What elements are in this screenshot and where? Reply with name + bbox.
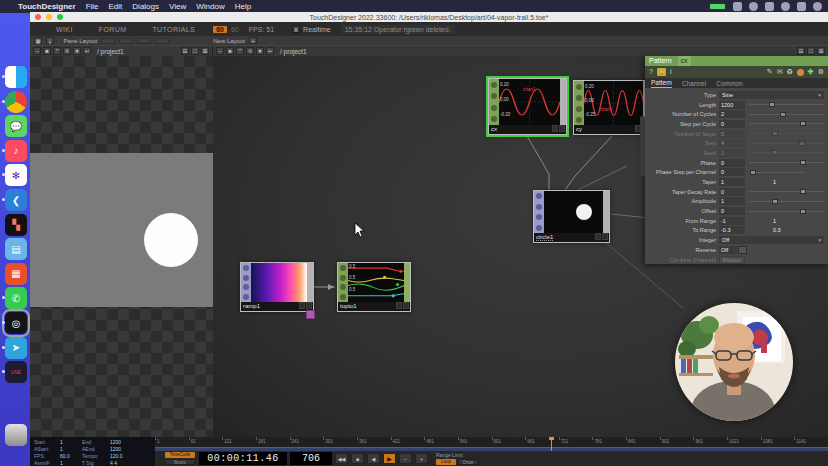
menu-edit[interactable]: Edit bbox=[109, 2, 123, 11]
cy-waveform-viewer[interactable]: 0.20 0.00 -0.25 chan1 bbox=[584, 81, 643, 125]
lock-icon[interactable]: 🔒 bbox=[657, 68, 666, 76]
right-pane-path[interactable]: / project1 bbox=[280, 48, 307, 55]
recycle-icon[interactable]: ♻ bbox=[787, 68, 793, 76]
param-value-field[interactable]: 4 bbox=[719, 139, 745, 147]
menu-dialogs[interactable]: Dialogs bbox=[132, 2, 159, 11]
screen-mirroring-icon[interactable] bbox=[733, 2, 742, 11]
pane-back-icon[interactable]: − bbox=[216, 47, 224, 55]
pause-button[interactable]: ■ bbox=[351, 453, 364, 464]
chrome-icon[interactable] bbox=[5, 91, 27, 113]
pane-up-icon[interactable]: ⌃ bbox=[53, 47, 61, 55]
param-slider[interactable] bbox=[749, 199, 824, 204]
slider-handle[interactable] bbox=[772, 199, 778, 204]
param-value-field-2[interactable]: 0.3 bbox=[773, 227, 781, 233]
param-value-field[interactable]: 5 bbox=[719, 130, 745, 138]
chop-output-connector[interactable] bbox=[404, 263, 410, 302]
menu-file[interactable]: File bbox=[86, 2, 99, 11]
camera-icon[interactable] bbox=[797, 2, 806, 11]
bypass-flag-icon[interactable] bbox=[595, 233, 601, 240]
timeline-info-value[interactable]: 1 bbox=[60, 460, 82, 466]
chop-flags-column[interactable] bbox=[338, 263, 348, 302]
slider-handle[interactable] bbox=[772, 150, 778, 155]
node-name-cx[interactable]: cx bbox=[491, 125, 497, 134]
layout-grid-icon[interactable]: ▦ bbox=[34, 37, 42, 44]
wiki-link[interactable]: WIKI bbox=[56, 26, 73, 33]
node-cy[interactable]: 0.20 0.00 -0.25 chan1 cy bbox=[573, 80, 650, 135]
pane-undo-icon[interactable]: ↩ bbox=[266, 47, 274, 55]
chop-flags-column[interactable] bbox=[489, 79, 499, 125]
param-value-field[interactable]: 1 bbox=[719, 197, 745, 205]
realtime-toggle[interactable]: x Realtime bbox=[292, 25, 331, 33]
pane-star-icon[interactable]: ★ bbox=[73, 47, 81, 55]
window-titlebar[interactable]: TouchDesigner 2022.33600: /Users/rikloma… bbox=[30, 12, 828, 22]
timeline-info-value[interactable]: 4 4 bbox=[110, 460, 140, 466]
circle1-viewer[interactable] bbox=[544, 191, 603, 233]
param-slider[interactable] bbox=[749, 150, 824, 155]
slider-handle[interactable] bbox=[799, 141, 805, 146]
pane-undo-icon[interactable]: ↩ bbox=[83, 47, 91, 55]
fps-target-badge[interactable]: 60 bbox=[213, 26, 227, 33]
node-name-topto1[interactable]: topto1 bbox=[340, 302, 357, 311]
param-slider[interactable] bbox=[749, 189, 824, 194]
timeline-info-block[interactable]: Start:1End:1200AStart:1AEnd:1200FPS:60.0… bbox=[30, 437, 155, 466]
pane-maximize-icon[interactable]: □ bbox=[807, 47, 815, 55]
node-name-circle1[interactable]: circle1 bbox=[536, 233, 553, 242]
menu-help[interactable]: Help bbox=[235, 2, 251, 11]
pane-split-a-icon[interactable]: ⊟ bbox=[181, 47, 189, 55]
node-name-cy[interactable]: cy bbox=[576, 125, 582, 134]
ramp1-viewer[interactable] bbox=[251, 263, 307, 302]
tab-common[interactable]: Common bbox=[716, 80, 742, 88]
add-layout-button[interactable]: + bbox=[249, 37, 257, 44]
param-toggle[interactable]: Off bbox=[719, 246, 737, 254]
param-value-field-2[interactable]: 1 bbox=[773, 179, 776, 185]
param-slider[interactable] bbox=[749, 112, 824, 117]
playhead-marker[interactable] bbox=[551, 437, 552, 451]
timeline-info-value[interactable]: 1200 bbox=[110, 446, 140, 452]
cx-waveform-viewer[interactable]: 0.20 0.00 -0.20 chan1 bbox=[499, 79, 560, 125]
ramp1-viewer-badge[interactable] bbox=[306, 310, 315, 319]
topto1-viewer[interactable]: 0.5 0.5 0.5 bbox=[348, 263, 404, 302]
layout-preset-2[interactable] bbox=[119, 38, 133, 44]
slider-handle[interactable] bbox=[800, 121, 806, 126]
timeline-info-value[interactable]: 60.0 bbox=[60, 453, 82, 459]
bypass-flag-icon[interactable] bbox=[299, 302, 305, 309]
layout-preset-3[interactable] bbox=[137, 38, 151, 44]
param-value-field[interactable]: 0 bbox=[719, 188, 745, 196]
language-icon[interactable] bbox=[797, 69, 804, 76]
trash-icon[interactable] bbox=[5, 424, 27, 446]
slider-handle[interactable] bbox=[780, 112, 786, 117]
pane-split-a-icon[interactable]: ⊟ bbox=[797, 47, 805, 55]
step-back-button[interactable]: − bbox=[399, 453, 412, 464]
display-flag-icon[interactable] bbox=[306, 302, 312, 309]
pane-split-b-icon[interactable]: ⊞ bbox=[817, 47, 825, 55]
display-flag-icon[interactable] bbox=[559, 125, 565, 132]
play-reverse-button[interactable]: ◀ bbox=[367, 453, 380, 464]
menu-touchdesigner[interactable]: TouchDesigner bbox=[18, 2, 76, 11]
param-slider[interactable] bbox=[749, 160, 824, 165]
timeline-info-value[interactable]: 1200 bbox=[110, 439, 140, 445]
param-slider[interactable] bbox=[749, 121, 824, 126]
pane-stop-icon[interactable]: ■ bbox=[43, 47, 51, 55]
node-topto1[interactable]: 0.5 0.5 0.5 topto1 bbox=[337, 262, 411, 312]
timeline-ruler[interactable]: 1611211812413013614214815416016617217818… bbox=[155, 437, 828, 447]
node-ramp1[interactable]: ramp1 bbox=[240, 262, 314, 312]
display-icon[interactable] bbox=[765, 2, 774, 11]
param-value-field[interactable]: 2 bbox=[719, 110, 745, 118]
layout-preset-4[interactable] bbox=[155, 38, 169, 44]
slider-handle[interactable] bbox=[800, 209, 806, 214]
timeline-info-value[interactable]: 1 bbox=[60, 439, 82, 445]
bypass-flag-icon[interactable] bbox=[552, 125, 558, 132]
param-slider[interactable] bbox=[749, 170, 804, 175]
add-parameter-icon[interactable]: ✚ bbox=[808, 68, 814, 76]
live-stream-icon[interactable]: LIVE bbox=[5, 361, 27, 383]
param-dropdown[interactable]: Sine▾ bbox=[719, 91, 824, 99]
menu-view[interactable]: View bbox=[169, 2, 186, 11]
slider-handle[interactable] bbox=[800, 160, 806, 165]
timeline-info-value[interactable]: 120.0 bbox=[110, 453, 140, 459]
whatsapp-icon[interactable]: ✆ bbox=[5, 287, 27, 309]
beats-mode-button[interactable]: Beats bbox=[165, 459, 195, 465]
param-value-field[interactable]: 0 bbox=[719, 120, 745, 128]
param-slider[interactable] bbox=[749, 102, 824, 107]
top-output-connector[interactable] bbox=[603, 191, 609, 233]
step-forward-button[interactable]: + bbox=[415, 453, 428, 464]
